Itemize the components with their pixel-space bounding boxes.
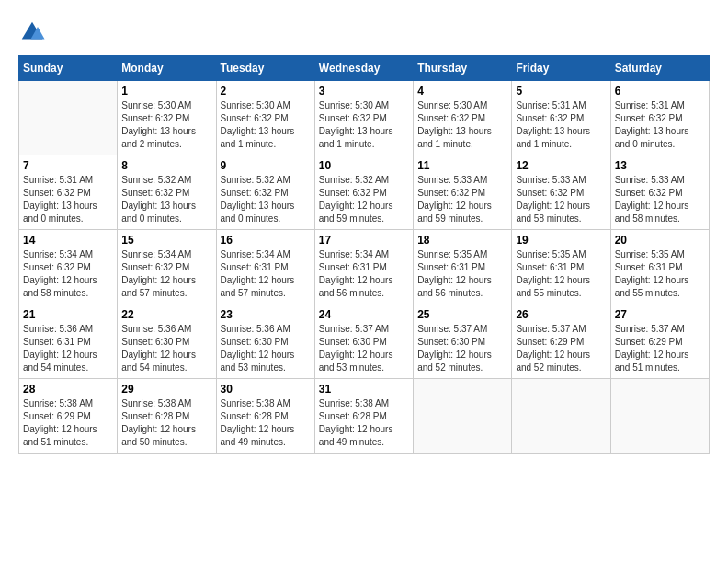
logo-icon <box>18 18 46 46</box>
day-info: Sunrise: 5:34 AMSunset: 6:32 PMDaylight:… <box>23 248 113 300</box>
calendar-cell: 30Sunrise: 5:38 AMSunset: 6:28 PMDayligh… <box>216 379 314 454</box>
calendar-week-row: 28Sunrise: 5:38 AMSunset: 6:29 PMDayligh… <box>19 379 710 454</box>
day-number: 14 <box>23 234 113 247</box>
calendar-cell: 15Sunrise: 5:34 AMSunset: 6:32 PMDayligh… <box>118 230 216 304</box>
calendar-cell: 21Sunrise: 5:36 AMSunset: 6:31 PMDayligh… <box>19 304 118 379</box>
day-info: Sunrise: 5:31 AMSunset: 6:32 PMDaylight:… <box>615 99 705 151</box>
day-number: 22 <box>121 308 211 321</box>
calendar-cell: 3Sunrise: 5:30 AMSunset: 6:32 PMDaylight… <box>314 81 413 155</box>
day-number: 27 <box>615 308 705 321</box>
day-info: Sunrise: 5:32 AMSunset: 6:32 PMDaylight:… <box>121 174 211 225</box>
calendar-week-row: 7Sunrise: 5:31 AMSunset: 6:32 PMDaylight… <box>19 155 710 230</box>
day-of-week-header: Friday <box>512 56 610 81</box>
calendar-cell <box>512 379 610 454</box>
day-number: 11 <box>417 159 507 172</box>
logo <box>18 18 50 46</box>
calendar-cell: 18Sunrise: 5:35 AMSunset: 6:31 PMDayligh… <box>414 230 512 304</box>
calendar-cell: 31Sunrise: 5:38 AMSunset: 6:28 PMDayligh… <box>314 379 413 454</box>
day-of-week-header: Sunday <box>19 56 118 81</box>
day-info: Sunrise: 5:35 AMSunset: 6:31 PMDaylight:… <box>417 248 507 300</box>
calendar-cell <box>414 379 512 454</box>
day-info: Sunrise: 5:33 AMSunset: 6:32 PMDaylight:… <box>516 174 606 225</box>
day-info: Sunrise: 5:32 AMSunset: 6:32 PMDaylight:… <box>221 174 311 225</box>
day-info: Sunrise: 5:34 AMSunset: 6:32 PMDaylight:… <box>121 248 211 300</box>
day-number: 15 <box>121 234 211 247</box>
calendar-cell: 12Sunrise: 5:33 AMSunset: 6:32 PMDayligh… <box>512 155 610 230</box>
days-of-week-row: SundayMondayTuesdayWednesdayThursdayFrid… <box>19 56 710 81</box>
day-number: 16 <box>221 234 311 247</box>
day-number: 23 <box>221 308 311 321</box>
day-number: 2 <box>221 85 311 98</box>
calendar-cell: 7Sunrise: 5:31 AMSunset: 6:32 PMDaylight… <box>19 155 118 230</box>
calendar-cell: 26Sunrise: 5:37 AMSunset: 6:29 PMDayligh… <box>512 304 610 379</box>
day-info: Sunrise: 5:30 AMSunset: 6:32 PMDaylight:… <box>221 99 311 151</box>
day-info: Sunrise: 5:37 AMSunset: 6:29 PMDaylight:… <box>615 323 705 374</box>
calendar-cell <box>610 379 709 454</box>
day-number: 3 <box>319 85 409 98</box>
day-number: 12 <box>516 159 606 172</box>
day-info: Sunrise: 5:38 AMSunset: 6:28 PMDaylight:… <box>121 397 211 449</box>
calendar-cell: 16Sunrise: 5:34 AMSunset: 6:31 PMDayligh… <box>216 230 314 304</box>
day-info: Sunrise: 5:32 AMSunset: 6:32 PMDaylight:… <box>319 174 409 225</box>
calendar-cell <box>19 81 118 155</box>
calendar-cell: 14Sunrise: 5:34 AMSunset: 6:32 PMDayligh… <box>19 230 118 304</box>
day-info: Sunrise: 5:34 AMSunset: 6:31 PMDaylight:… <box>221 248 311 300</box>
day-number: 1 <box>121 85 211 98</box>
calendar-cell: 5Sunrise: 5:31 AMSunset: 6:32 PMDaylight… <box>512 81 610 155</box>
day-number: 4 <box>417 85 507 98</box>
calendar-cell: 6Sunrise: 5:31 AMSunset: 6:32 PMDaylight… <box>610 81 709 155</box>
day-info: Sunrise: 5:38 AMSunset: 6:28 PMDaylight:… <box>319 397 409 449</box>
calendar-table: SundayMondayTuesdayWednesdayThursdayFrid… <box>18 55 710 454</box>
day-number: 24 <box>319 308 409 321</box>
calendar-cell: 23Sunrise: 5:36 AMSunset: 6:30 PMDayligh… <box>216 304 314 379</box>
day-info: Sunrise: 5:30 AMSunset: 6:32 PMDaylight:… <box>319 99 409 151</box>
day-of-week-header: Saturday <box>610 56 709 81</box>
day-number: 7 <box>23 159 113 172</box>
day-info: Sunrise: 5:30 AMSunset: 6:32 PMDaylight:… <box>121 99 211 151</box>
day-number: 28 <box>23 383 113 396</box>
day-info: Sunrise: 5:36 AMSunset: 6:30 PMDaylight:… <box>221 323 311 374</box>
day-info: Sunrise: 5:31 AMSunset: 6:32 PMDaylight:… <box>23 174 113 225</box>
day-info: Sunrise: 5:36 AMSunset: 6:31 PMDaylight:… <box>23 323 113 374</box>
calendar-cell: 22Sunrise: 5:36 AMSunset: 6:30 PMDayligh… <box>118 304 216 379</box>
day-info: Sunrise: 5:38 AMSunset: 6:28 PMDaylight:… <box>221 397 311 449</box>
day-of-week-header: Thursday <box>414 56 512 81</box>
day-info: Sunrise: 5:37 AMSunset: 6:30 PMDaylight:… <box>417 323 507 374</box>
day-number: 19 <box>516 234 606 247</box>
day-number: 5 <box>516 85 606 98</box>
day-info: Sunrise: 5:33 AMSunset: 6:32 PMDaylight:… <box>417 174 507 225</box>
day-info: Sunrise: 5:33 AMSunset: 6:32 PMDaylight:… <box>615 174 705 225</box>
day-info: Sunrise: 5:30 AMSunset: 6:32 PMDaylight:… <box>417 99 507 151</box>
day-info: Sunrise: 5:31 AMSunset: 6:32 PMDaylight:… <box>516 99 606 151</box>
calendar-week-row: 1Sunrise: 5:30 AMSunset: 6:32 PMDaylight… <box>19 81 710 155</box>
day-number: 9 <box>221 159 311 172</box>
calendar-cell: 27Sunrise: 5:37 AMSunset: 6:29 PMDayligh… <box>610 304 709 379</box>
day-number: 13 <box>615 159 705 172</box>
calendar-week-row: 21Sunrise: 5:36 AMSunset: 6:31 PMDayligh… <box>19 304 710 379</box>
day-of-week-header: Monday <box>118 56 216 81</box>
calendar-body: 1Sunrise: 5:30 AMSunset: 6:32 PMDaylight… <box>19 81 710 454</box>
day-number: 17 <box>319 234 409 247</box>
calendar-cell: 1Sunrise: 5:30 AMSunset: 6:32 PMDaylight… <box>118 81 216 155</box>
calendar-cell: 20Sunrise: 5:35 AMSunset: 6:31 PMDayligh… <box>610 230 709 304</box>
calendar-cell: 24Sunrise: 5:37 AMSunset: 6:30 PMDayligh… <box>314 304 413 379</box>
day-number: 31 <box>319 383 409 396</box>
day-info: Sunrise: 5:38 AMSunset: 6:29 PMDaylight:… <box>23 397 113 449</box>
day-number: 25 <box>417 308 507 321</box>
day-info: Sunrise: 5:35 AMSunset: 6:31 PMDaylight:… <box>516 248 606 300</box>
day-info: Sunrise: 5:34 AMSunset: 6:31 PMDaylight:… <box>319 248 409 300</box>
day-number: 8 <box>121 159 211 172</box>
calendar-cell: 25Sunrise: 5:37 AMSunset: 6:30 PMDayligh… <box>414 304 512 379</box>
day-number: 6 <box>615 85 705 98</box>
calendar-cell: 10Sunrise: 5:32 AMSunset: 6:32 PMDayligh… <box>314 155 413 230</box>
day-of-week-header: Tuesday <box>216 56 314 81</box>
day-number: 26 <box>516 308 606 321</box>
day-info: Sunrise: 5:36 AMSunset: 6:30 PMDaylight:… <box>121 323 211 374</box>
day-number: 20 <box>615 234 705 247</box>
calendar-cell: 28Sunrise: 5:38 AMSunset: 6:29 PMDayligh… <box>19 379 118 454</box>
calendar-header: SundayMondayTuesdayWednesdayThursdayFrid… <box>19 56 710 81</box>
calendar-cell: 29Sunrise: 5:38 AMSunset: 6:28 PMDayligh… <box>118 379 216 454</box>
calendar-cell: 17Sunrise: 5:34 AMSunset: 6:31 PMDayligh… <box>314 230 413 304</box>
day-number: 29 <box>121 383 211 396</box>
day-of-week-header: Wednesday <box>314 56 413 81</box>
